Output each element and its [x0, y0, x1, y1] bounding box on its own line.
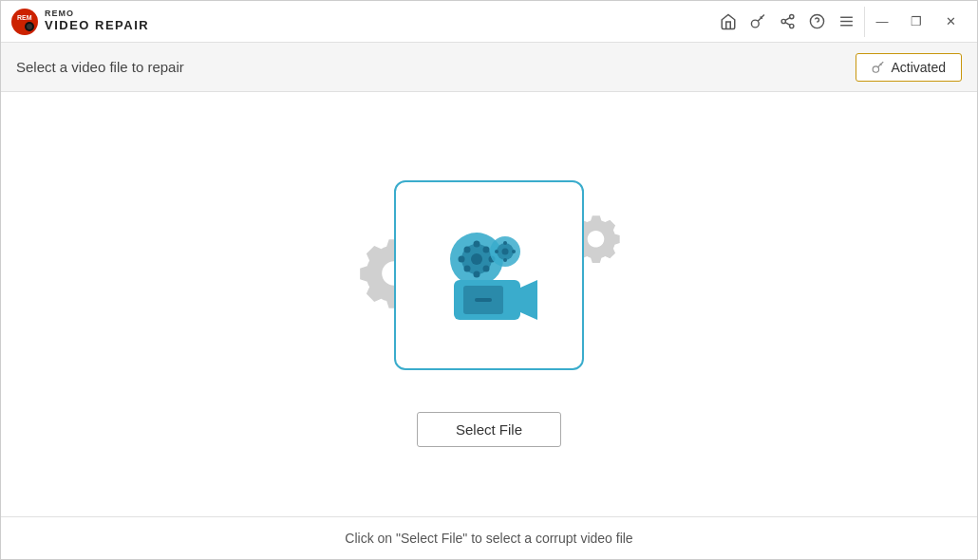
help-icon[interactable]: [809, 13, 825, 29]
svg-point-27: [502, 249, 509, 255]
title-bar-icons: [720, 13, 855, 30]
svg-point-18: [474, 271, 480, 278]
center-box: [394, 180, 584, 370]
title-bar-controls: — ❐ ✕: [864, 7, 968, 37]
svg-point-3: [27, 24, 32, 29]
svg-point-4: [751, 20, 759, 28]
hint-text: Click on "Select File" to select a corru…: [345, 531, 632, 546]
svg-point-21: [464, 247, 471, 253]
svg-rect-34: [475, 298, 492, 302]
svg-point-30: [495, 250, 498, 253]
select-file-button[interactable]: Select File: [417, 412, 561, 447]
activated-label: Activated: [891, 60, 946, 75]
svg-point-29: [503, 258, 507, 262]
title-bar: REM REMO VIDEO REPAIR: [1, 1, 977, 43]
toolbar: Select a video file to repair Activated: [1, 43, 977, 92]
activated-key-icon: [872, 61, 885, 74]
svg-text:REM: REM: [17, 14, 32, 21]
share-icon[interactable]: [780, 13, 796, 29]
svg-point-31: [512, 250, 516, 253]
toolbar-title: Select a video file to repair: [16, 59, 184, 75]
svg-point-28: [503, 241, 507, 245]
minimize-button[interactable]: —: [865, 7, 899, 37]
app-title: REMO VIDEO REPAIR: [45, 9, 149, 32]
close-button[interactable]: ✕: [933, 7, 968, 37]
footer: Click on "Select File" to select a corru…: [1, 516, 977, 559]
svg-marker-35: [520, 280, 537, 320]
svg-point-16: [471, 253, 482, 265]
app-logo: REM REMO VIDEO REPAIR: [10, 8, 149, 36]
app-title-main: VIDEO REPAIR: [45, 19, 149, 32]
svg-point-19: [459, 256, 465, 263]
svg-point-5: [790, 14, 794, 18]
key-icon[interactable]: [750, 13, 766, 29]
svg-point-13: [874, 65, 879, 71]
svg-point-23: [464, 266, 471, 272]
illustration: [337, 161, 641, 389]
svg-point-6: [781, 19, 785, 23]
svg-point-22: [483, 266, 490, 272]
svg-point-7: [790, 24, 794, 28]
menu-icon[interactable]: [838, 13, 855, 29]
svg-point-0: [11, 9, 38, 35]
maximize-button[interactable]: ❐: [899, 7, 933, 37]
activated-button[interactable]: Activated: [856, 53, 962, 82]
camera-icon: [427, 223, 551, 327]
svg-point-24: [483, 247, 490, 253]
main-content: Select File: [1, 92, 977, 516]
logo-icon: REM: [10, 8, 39, 36]
svg-point-17: [474, 241, 480, 248]
home-icon[interactable]: [720, 13, 737, 30]
title-bar-left: REM REMO VIDEO REPAIR: [10, 8, 149, 36]
